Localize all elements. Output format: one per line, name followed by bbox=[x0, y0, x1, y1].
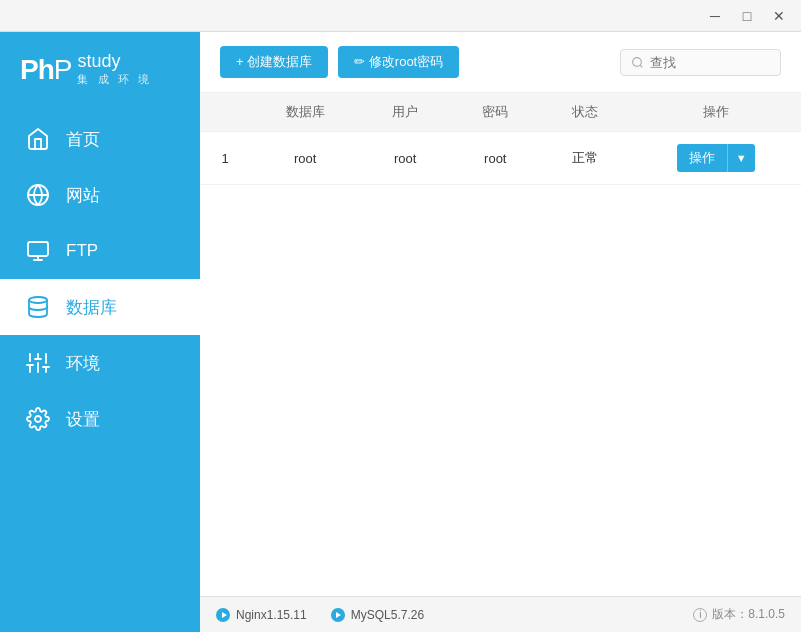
sidebar: PhP study 集 成 环 境 首页 bbox=[0, 32, 200, 632]
mysql-label: MySQL5.7.26 bbox=[351, 608, 424, 622]
search-box bbox=[620, 49, 781, 76]
home-icon bbox=[24, 125, 52, 153]
action-button[interactable]: 操作 bbox=[677, 144, 727, 172]
col-password: 密码 bbox=[450, 93, 540, 132]
nginx-service: Nginx1.15.11 bbox=[216, 608, 307, 622]
database-table: 数据库 用户 密码 状态 操作 1 root root root 正常 bbox=[200, 93, 801, 185]
sidebar-item-settings[interactable]: 设置 bbox=[0, 391, 200, 447]
close-button[interactable]: ✕ bbox=[765, 5, 793, 27]
app-container: PhP study 集 成 环 境 首页 bbox=[0, 32, 801, 632]
monitor-icon bbox=[24, 237, 52, 265]
table-header-row: 数据库 用户 密码 状态 操作 bbox=[200, 93, 801, 132]
cell-action: 操作 ▼ bbox=[630, 132, 801, 185]
logo-sub: 集 成 环 境 bbox=[77, 72, 151, 87]
search-input[interactable] bbox=[650, 55, 770, 70]
sidebar-item-settings-label: 设置 bbox=[66, 408, 100, 431]
col-action: 操作 bbox=[630, 93, 801, 132]
sidebar-item-ftp-label: FTP bbox=[66, 241, 98, 261]
col-database: 数据库 bbox=[250, 93, 360, 132]
svg-line-17 bbox=[640, 65, 642, 67]
svg-point-5 bbox=[29, 297, 47, 303]
main-content: + 创建数据库 ✏ 修改root密码 数据库 用户 密码 bbox=[200, 32, 801, 632]
sidebar-item-environment[interactable]: 环境 bbox=[0, 335, 200, 391]
footer: Nginx1.15.11 MySQL5.7.26 i 版本：8.1.0.5 bbox=[200, 596, 801, 632]
col-status: 状态 bbox=[540, 93, 630, 132]
globe-icon bbox=[24, 181, 52, 209]
minimize-button[interactable]: ─ bbox=[701, 5, 729, 27]
cell-user: root bbox=[360, 132, 450, 185]
sidebar-item-website[interactable]: 网站 bbox=[0, 167, 200, 223]
sidebar-item-home-label: 首页 bbox=[66, 128, 100, 151]
logo-right: study 集 成 环 境 bbox=[77, 52, 151, 87]
svg-point-16 bbox=[633, 57, 642, 66]
action-dropdown-button[interactable]: ▼ bbox=[727, 144, 755, 172]
cell-password: root bbox=[450, 132, 540, 185]
logo-area: PhP study 集 成 环 境 bbox=[0, 32, 200, 103]
settings-icon bbox=[24, 405, 52, 433]
sidebar-item-environment-label: 环境 bbox=[66, 352, 100, 375]
sidebar-item-database[interactable]: 数据库 bbox=[0, 279, 200, 335]
mysql-service: MySQL5.7.26 bbox=[331, 608, 424, 622]
table-row: 1 root root root 正常 操作 ▼ bbox=[200, 132, 801, 185]
table-area: 数据库 用户 密码 状态 操作 1 root root root 正常 bbox=[200, 93, 801, 596]
info-icon: i bbox=[693, 608, 707, 622]
sidebar-item-home[interactable]: 首页 bbox=[0, 111, 200, 167]
search-icon bbox=[631, 56, 644, 69]
create-database-button[interactable]: + 创建数据库 bbox=[220, 46, 328, 78]
svg-point-15 bbox=[35, 416, 41, 422]
modify-root-button[interactable]: ✏ 修改root密码 bbox=[338, 46, 459, 78]
col-user: 用户 bbox=[360, 93, 450, 132]
database-icon bbox=[24, 293, 52, 321]
nginx-play-icon bbox=[216, 608, 230, 622]
sliders-icon bbox=[24, 349, 52, 377]
sidebar-item-website-label: 网站 bbox=[66, 184, 100, 207]
logo-php: PhP bbox=[20, 56, 71, 84]
sidebar-item-ftp[interactable]: FTP bbox=[0, 223, 200, 279]
nginx-label: Nginx1.15.11 bbox=[236, 608, 307, 622]
logo-study: study bbox=[77, 52, 151, 70]
cell-index: 1 bbox=[200, 132, 250, 185]
version-info: i 版本：8.1.0.5 bbox=[693, 606, 785, 623]
svg-rect-2 bbox=[28, 242, 48, 256]
cell-status: 正常 bbox=[540, 132, 630, 185]
maximize-button[interactable]: □ bbox=[733, 5, 761, 27]
nav-items: 首页 网站 bbox=[0, 103, 200, 632]
mysql-play-icon bbox=[331, 608, 345, 622]
col-index bbox=[200, 93, 250, 132]
sidebar-item-database-label: 数据库 bbox=[66, 296, 117, 319]
cell-database: root bbox=[250, 132, 360, 185]
titlebar: ─ □ ✕ bbox=[0, 0, 801, 32]
toolbar: + 创建数据库 ✏ 修改root密码 bbox=[200, 32, 801, 93]
action-group: 操作 ▼ bbox=[677, 144, 755, 172]
version-label: 版本：8.1.0.5 bbox=[712, 606, 785, 623]
